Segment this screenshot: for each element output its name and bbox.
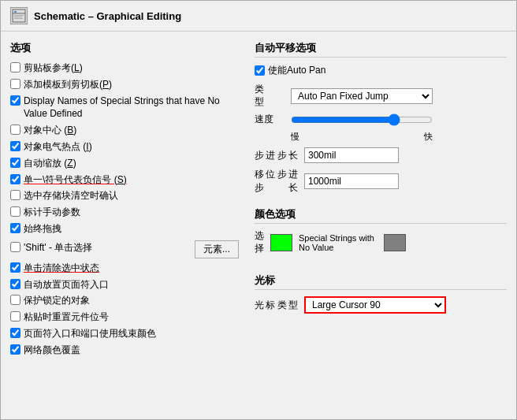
main-window: Schematic – Graphical Editing 选项 剪贴板参考(L…: [0, 0, 517, 420]
checkbox-display-names-input[interactable]: [10, 95, 20, 106]
left-section-title: 选项: [10, 41, 239, 55]
checkbox-obj-center-input[interactable]: [10, 125, 20, 135]
checkbox-paste-reset: 粘贴时重置元件位号: [10, 309, 239, 325]
title-bar: Schematic – Graphical Editing: [1, 1, 516, 32]
checkbox-clear-storage-input[interactable]: [10, 190, 20, 200]
checkbox-clear-storage: 选中存储块清空时确认: [10, 188, 239, 204]
move-step-input[interactable]: [304, 173, 399, 189]
speed-labels: 慢 快: [291, 131, 433, 143]
checkbox-protect-lock-input[interactable]: [10, 295, 20, 305]
checkbox-single-symbol-input[interactable]: [10, 174, 20, 184]
checkbox-auto-zoom-label: 自动缩放 (Z): [24, 157, 76, 170]
move-step-row: 移位步进步长: [255, 168, 507, 195]
speed-slider[interactable]: [291, 113, 433, 126]
checkbox-clipboard-ref: 剪贴板参考(L): [10, 60, 239, 76]
auto-pan-section: 自动平移选项 使能Auto Pan 类型 Auto Pan Fixed Jump…: [255, 41, 507, 199]
checkbox-shift-select-label: 'Shift' - 单击选择: [24, 241, 92, 255]
checkbox-display-names-label: Display Names of Special Strings that ha…: [24, 95, 239, 121]
checkbox-obj-hotspot-label: 对象电气热点 (I): [24, 140, 92, 154]
enable-autopan-label: 使能Auto Pan: [268, 64, 325, 77]
type-label: 类型: [255, 84, 285, 108]
checkbox-protect-lock: 保护锁定的对象: [10, 292, 239, 309]
speed-slow-label: 慢: [291, 131, 299, 143]
speed-row: 速度: [255, 113, 507, 126]
checkbox-obj-hotspot-input[interactable]: [10, 141, 20, 151]
checkbox-obj-hotspot: 对象电气热点 (I): [10, 139, 239, 155]
speed-label: 速度: [255, 113, 285, 126]
checkbox-always-drag-input[interactable]: [10, 223, 20, 233]
checkbox-auto-place-label: 自动放置页面符入口: [24, 278, 109, 292]
checkbox-auto-place-input[interactable]: [10, 279, 20, 289]
checkbox-clear-select-label: 单击清除选中状态: [24, 262, 99, 275]
color1-desc: Special Strings with No Value: [299, 233, 378, 252]
checkbox-obj-center-label: 对象中心 (B): [24, 124, 76, 137]
cursor-type-label: 光标类型: [255, 299, 298, 312]
type-row: 类型 Auto Pan Fixed Jump Auto Pan Fixed Ju…: [255, 84, 507, 108]
checkbox-net-color-label: 网络颜色覆盖: [24, 344, 80, 357]
checkbox-port-color-label: 页面符入口和端口使用线束颜色: [24, 327, 156, 340]
checkbox-clipboard-ref-input[interactable]: [10, 62, 20, 72]
checkbox-auto-zoom-input[interactable]: [10, 158, 20, 168]
checkbox-clear-select-input[interactable]: [10, 262, 20, 273]
cursor-type-dropdown[interactable]: Large Cursor 90 Small Cursor 45 Small Cu…: [304, 296, 446, 314]
checkbox-always-drag: 始终拖拽: [10, 221, 239, 237]
move-step-label: 移位步进步长: [255, 168, 298, 195]
checkbox-net-color: 网络颜色覆盖: [10, 342, 239, 359]
color-row: 选择 Special Strings with No Value: [255, 230, 507, 255]
enable-autopan-checkbox[interactable]: [255, 65, 265, 76]
checkbox-port-color-input[interactable]: [10, 328, 20, 338]
right-panel: 自动平移选项 使能Auto Pan 类型 Auto Pan Fixed Jump…: [255, 41, 507, 410]
color2-box[interactable]: [384, 234, 406, 251]
svg-rect-4: [14, 17, 22, 17]
select-label: 选择: [255, 230, 264, 255]
color-title: 颜色选项: [255, 207, 507, 224]
type-dropdown-container: Auto Pan Fixed Jump Auto Pan Fixed JumpA…: [291, 88, 433, 104]
color-section: 颜色选项 选择 Special Strings with No Value: [255, 207, 507, 259]
cursor-title: 光标: [255, 273, 507, 290]
checkbox-auto-zoom: 自动缩放 (Z): [10, 155, 239, 172]
window-title: Schematic – Graphical Editing: [34, 10, 181, 22]
speed-fast-label: 快: [424, 131, 433, 143]
yuan-button[interactable]: 元素...: [195, 240, 239, 258]
checkbox-shift-select: 'Shift' - 单击选择: [10, 240, 168, 256]
enable-autopan-row: 使能Auto Pan: [255, 64, 507, 77]
auto-pan-title: 自动平移选项: [255, 41, 507, 58]
checkbox-manual-count: 标计手动参数: [10, 204, 239, 221]
svg-rect-5: [14, 18, 23, 19]
checkbox-single-symbol: 单一\符号代表负信号 (S): [10, 172, 239, 188]
left-panel: 选项 剪贴板参考(L) 添加模板到剪切板(P) Display Names of…: [10, 41, 239, 410]
checkbox-single-symbol-label: 单一\符号代表负信号 (S): [24, 173, 127, 187]
type-dropdown[interactable]: Auto Pan Fixed Jump Auto Pan Fixed JumpA…: [291, 88, 433, 104]
checkbox-paste-reset-input[interactable]: [10, 311, 20, 322]
checkbox-protect-lock-label: 保护锁定的对象: [24, 294, 90, 307]
checkbox-always-drag-label: 始终拖拽: [24, 222, 61, 236]
cursor-type-row: 光标类型 Large Cursor 90 Small Cursor 45 Sma…: [255, 296, 507, 314]
checkbox-clear-storage-label: 选中存储块清空时确认: [24, 189, 118, 203]
step-row: 步进步长: [255, 147, 507, 163]
svg-rect-3: [14, 15, 24, 16]
checkbox-shift-select-input[interactable]: [10, 242, 20, 252]
checkbox-add-template-input[interactable]: [10, 79, 20, 89]
checkbox-paste-reset-label: 粘贴时重置元件位号: [24, 310, 109, 324]
speed-section: 速度 慢 快: [255, 113, 507, 143]
window-icon: [10, 7, 28, 24]
checkbox-manual-count-label: 标计手动参数: [24, 206, 80, 219]
checkbox-net-color-input[interactable]: [10, 344, 20, 355]
checkbox-obj-center: 对象中心 (B): [10, 122, 239, 139]
step-label: 步进步长: [255, 149, 298, 162]
color1-box[interactable]: [270, 234, 292, 251]
checkbox-auto-place: 自动放置页面符入口: [10, 277, 239, 293]
checkbox-display-names: Display Names of Special Strings that ha…: [10, 93, 239, 123]
checkbox-clear-select: 单击清除选中状态: [10, 260, 239, 277]
svg-rect-2: [14, 11, 17, 13]
checkbox-clipboard-ref-label: 剪贴板参考(L): [24, 61, 83, 75]
checkbox-add-template-label: 添加模板到剪切板(P): [24, 78, 112, 91]
step-input[interactable]: [304, 147, 399, 163]
cursor-section: 光标 光标类型 Large Cursor 90 Small Cursor 45 …: [255, 273, 507, 318]
checkbox-manual-count-input[interactable]: [10, 206, 20, 217]
checkbox-port-color: 页面符入口和端口使用线束颜色: [10, 325, 239, 342]
checkbox-add-template: 添加模板到剪切板(P): [10, 76, 239, 93]
